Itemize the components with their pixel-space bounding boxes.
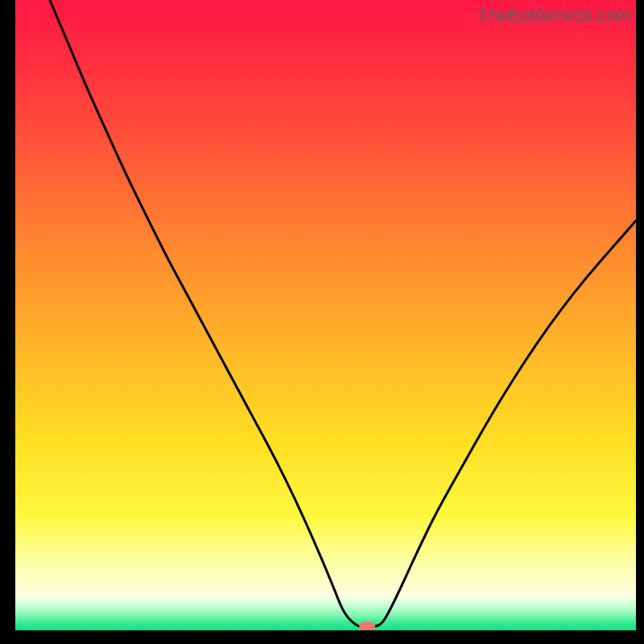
gradient-background [15, 0, 636, 630]
watermark-text: TheBottleneck.com [477, 5, 631, 26]
plot-area [15, 0, 636, 630]
chart-frame: TheBottleneck.com [0, 0, 644, 644]
optimal-point-marker [359, 621, 375, 630]
bottleneck-line-chart [15, 0, 636, 630]
